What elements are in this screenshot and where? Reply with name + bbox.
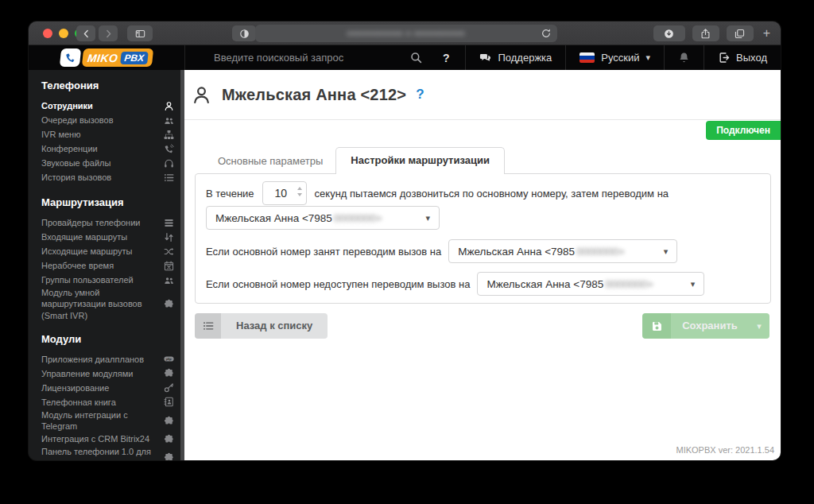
- sidebar-item-out-of-work-time[interactable]: Нерабочее время: [41, 258, 184, 273]
- ring-timeout-row: В течение секунд пытаемся дозвониться по…: [206, 181, 760, 205]
- save-button[interactable]: Сохранить ▾: [642, 313, 769, 339]
- phone-logo-icon: [64, 52, 77, 64]
- sidebar-item-label: Конференции: [41, 143, 164, 154]
- save-dropdown-caret[interactable]: ▾: [749, 313, 769, 339]
- sidebar-item-incoming-routes[interactable]: Входящие маршруты: [41, 230, 184, 244]
- main-content: Мжельская Анна <212> ? Подключен Основны…: [184, 70, 781, 460]
- new-tab-button[interactable]: +: [761, 25, 773, 41]
- forward-button[interactable]: [99, 25, 118, 41]
- list-icon: [195, 313, 221, 339]
- browser-titlebar: ●●●●●●●●●●● ● ●●●●●●●●●● +: [29, 21, 781, 45]
- back-to-list-button[interactable]: Назад к списку: [195, 313, 328, 339]
- shield-icon: [239, 29, 250, 39]
- sidebar-section: ТелефонияСотрудникиОчереди вызововIVR ме…: [41, 79, 184, 184]
- sidebar-item-label: Телефонная книга: [41, 397, 164, 408]
- sidebar-item-call-queues[interactable]: Очереди вызовов: [41, 113, 184, 127]
- redacted-number: 0000000>: [334, 212, 382, 224]
- users-icon: [164, 275, 174, 285]
- sidebar-item-label: Звуковые файлы: [41, 157, 164, 169]
- logout-button[interactable]: Выход: [704, 45, 781, 70]
- logout-label: Выход: [736, 52, 767, 64]
- sidebar-item-label: История вызовов: [41, 172, 164, 183]
- sidebar-section: МодулиПриложения диалплановУправление мо…: [41, 333, 184, 460]
- sidebar-item-module-management[interactable]: Управление модулями: [41, 366, 184, 381]
- address-bar-url: ●●●●●●●●●●● ● ●●●●●●●●●●: [347, 29, 466, 37]
- logo-text-miko: MIKO: [87, 52, 118, 64]
- sidebar-item-user-groups[interactable]: Группы пользователей: [41, 273, 184, 287]
- help-icon[interactable]: ?: [443, 52, 450, 64]
- global-search: ?: [184, 45, 465, 70]
- sidebar-item-call-history[interactable]: История вызовов: [41, 170, 184, 184]
- number-stepper[interactable]: [297, 187, 302, 196]
- headphones-icon: [164, 158, 174, 169]
- language-selector[interactable]: Русский ▾: [565, 45, 664, 70]
- sidebar-item-label: IVR меню: [41, 129, 164, 140]
- forward-on-busy-dropdown[interactable]: Мжельская Анна <7985 0000000> ▾: [448, 239, 677, 263]
- sidebar-toggle-button[interactable]: [127, 25, 153, 41]
- sidebar-item-employees[interactable]: Сотрудники: [41, 99, 184, 113]
- sidebar-item-telegram-module[interactable]: Модуль интеграции с Telegram: [41, 409, 184, 432]
- sidebar-item-conferences[interactable]: Конференции: [41, 142, 184, 156]
- logo-text-pbx: PBX: [120, 52, 149, 64]
- stream-icon: [164, 218, 174, 228]
- user-icon: [192, 85, 211, 105]
- forward-on-unavailable-dropdown[interactable]: Мжельская Анна <7985 0000000> ▾: [477, 272, 704, 296]
- sidebar-item-phone-book[interactable]: Телефонная книга: [41, 395, 184, 409]
- downloads-button[interactable]: [653, 25, 685, 41]
- timeout-prefix-label: В течение: [206, 188, 254, 200]
- php-icon: [164, 354, 174, 364]
- sidebar-item-label: Сотрудники: [41, 100, 164, 111]
- sidebar-item-outgoing-routes[interactable]: Исходящие маршруты: [41, 244, 184, 258]
- sidebar-item-smart-ivr[interactable]: Модуль умной маршрутизации вызовов (Smar…: [41, 287, 184, 321]
- sidebar-item-label: Очереди вызовов: [41, 114, 164, 126]
- chevron-down-icon: ▾: [646, 52, 651, 63]
- chevron-down-icon: ▾: [425, 213, 430, 223]
- support-button[interactable]: Поддержка: [465, 45, 565, 70]
- sidebar-item-dialplan-apps[interactable]: Приложения диалпланов: [41, 352, 184, 366]
- logo[interactable]: MIKO PBX: [29, 45, 184, 70]
- sign-out-icon: [718, 52, 730, 64]
- routing-settings-panel: В течение секунд пытаемся дозвониться по…: [195, 173, 771, 304]
- sidebar-item-label: Интеграция с CRM Bitrix24: [41, 433, 164, 444]
- puzzle-icon: [164, 416, 174, 426]
- stepper-up-icon[interactable]: [297, 187, 302, 190]
- page-help-icon[interactable]: ?: [416, 87, 424, 103]
- sidebar-section-title: Модули: [41, 333, 184, 345]
- tab-routing-settings[interactable]: Настройки маршрутизации: [335, 147, 505, 174]
- phone-icon: [164, 144, 174, 154]
- search-icon[interactable]: [410, 52, 422, 64]
- calendar-icon: [164, 261, 174, 271]
- search-input[interactable]: [214, 52, 410, 64]
- forward-on-unavailable-row: Если основной номер недоступен переводим…: [206, 272, 760, 296]
- back-button[interactable]: [76, 25, 95, 41]
- share-icon: [700, 29, 711, 39]
- sidebar-item-sound-files[interactable]: Звуковые файлы: [41, 156, 184, 170]
- dropdown-value: Мжельская Анна <7985: [486, 278, 603, 290]
- privacy-report-button[interactable]: [232, 25, 256, 41]
- forward-on-timeout-dropdown[interactable]: Мжельская Анна <7985 0000000> ▾: [206, 206, 440, 230]
- sidebar-icon: [135, 29, 145, 39]
- bell-icon: [678, 52, 690, 64]
- sidebar-item-panel-1c-10[interactable]: Панель телефонии 1.0 для 1С: [41, 446, 184, 460]
- listul-icon: [164, 173, 174, 183]
- share-button[interactable]: [692, 25, 719, 41]
- busy-label: Если основной номер занят переводим вызо…: [206, 246, 441, 258]
- close-window-button[interactable]: [43, 29, 52, 38]
- browser-window: ●●●●●●●●●●● ● ●●●●●●●●●● +: [29, 21, 781, 460]
- sidebar-item-licensing[interactable]: Лицензирование: [41, 381, 184, 395]
- puzzle-icon: [164, 434, 174, 444]
- stepper-down-icon[interactable]: [297, 193, 302, 196]
- tab-overview-button[interactable]: [727, 25, 754, 41]
- sidebar-item-bitrix24[interactable]: Интеграция с CRM Bitrix24: [41, 432, 184, 446]
- key-icon: [164, 382, 174, 393]
- sidebar-item-ivr-menu[interactable]: IVR меню: [41, 127, 184, 142]
- puzzle-icon: [164, 368, 174, 378]
- minimize-window-button[interactable]: [59, 29, 68, 38]
- sidebar-item-label: Группы пользователей: [41, 274, 164, 285]
- reload-button[interactable]: [541, 28, 552, 39]
- tab-general-settings[interactable]: Основные параметры: [205, 149, 335, 174]
- address-bar[interactable]: ●●●●●●●●●●● ● ●●●●●●●●●●: [255, 25, 557, 42]
- notifications-button[interactable]: [664, 45, 704, 70]
- sidebar-item-providers[interactable]: Провайдеры телефонии: [41, 215, 184, 230]
- chevron-down-icon: ▾: [691, 279, 696, 289]
